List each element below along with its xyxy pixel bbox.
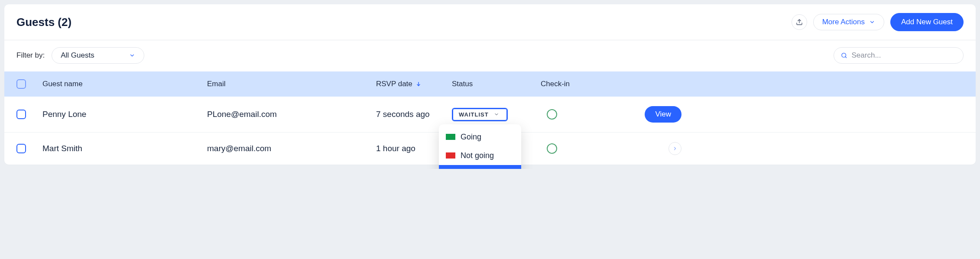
table-row: Penny Lone PLone@email.com 7 seconds ago… [4, 97, 976, 133]
status-swatch-going [446, 134, 455, 140]
col-rsvp-date[interactable]: RSVP date [376, 80, 452, 88]
col-guest-name[interactable]: Guest name [42, 80, 207, 88]
view-button[interactable]: View [645, 106, 681, 123]
add-guest-button[interactable]: Add New Guest [890, 13, 964, 31]
filter-by-label: Filter by: [16, 51, 45, 60]
chevron-down-icon [129, 52, 135, 58]
more-actions-button[interactable]: More Actions [813, 14, 884, 30]
filter-row: Filter by: All Guests [4, 40, 976, 71]
checkin-toggle[interactable] [547, 143, 557, 154]
header-actions: More Actions Add New Guest [792, 13, 964, 31]
col-checkin[interactable]: Check-in [541, 80, 630, 88]
filter-left: Filter by: All Guests [16, 47, 144, 64]
add-guest-label: Add New Guest [901, 18, 953, 26]
guests-card: Guests (2) More Actions Add New Guest Fi… [4, 4, 976, 165]
status-option-going[interactable]: Going [439, 128, 521, 146]
col-status[interactable]: Status [452, 80, 541, 88]
search-icon [841, 52, 847, 59]
status-cell: WAITLIST Going Not going Waitlist [452, 108, 541, 121]
status-option-not-going-label: Not going [461, 151, 494, 160]
filter-selected-value: All Guests [61, 51, 94, 60]
row-checkbox[interactable] [16, 144, 26, 153]
col-rsvp-date-label: RSVP date [376, 80, 412, 88]
guest-email: PLone@email.com [207, 110, 376, 119]
table-header: Guest name Email RSVP date Status Check-… [4, 71, 976, 97]
status-swatch-not-going [446, 152, 455, 159]
checkin-toggle[interactable] [547, 109, 557, 120]
row-expand-button[interactable] [668, 142, 681, 155]
status-value: WAITLIST [459, 111, 489, 118]
export-button[interactable] [792, 14, 807, 30]
status-option-going-label: Going [461, 133, 481, 142]
chevron-down-icon [869, 19, 875, 25]
select-all-checkbox[interactable] [16, 79, 26, 89]
page-title: Guests (2) [16, 16, 71, 29]
more-actions-label: More Actions [822, 18, 865, 26]
col-email[interactable]: Email [207, 80, 376, 88]
search-input[interactable] [852, 51, 956, 60]
filter-select[interactable]: All Guests [52, 47, 144, 64]
search-box[interactable] [834, 47, 964, 64]
status-dropdown-menu: Going Not going Waitlist [439, 124, 521, 169]
status-option-waitlist[interactable]: Waitlist [439, 165, 521, 169]
chevron-right-icon [672, 146, 678, 151]
upload-icon [796, 19, 803, 26]
status-option-not-going[interactable]: Not going [439, 146, 521, 165]
guest-name: Penny Lone [42, 110, 207, 119]
svg-line-2 [845, 57, 847, 58]
guest-name: Mart Smith [42, 144, 207, 153]
guest-email: mary@email.com [207, 144, 376, 153]
guest-rsvp-date: 7 seconds ago [376, 110, 452, 119]
card-header: Guests (2) More Actions Add New Guest [4, 4, 976, 40]
status-dropdown-button[interactable]: WAITLIST [452, 108, 508, 121]
chevron-down-icon [494, 112, 499, 117]
row-checkbox[interactable] [16, 110, 26, 119]
sort-down-icon [416, 81, 421, 87]
